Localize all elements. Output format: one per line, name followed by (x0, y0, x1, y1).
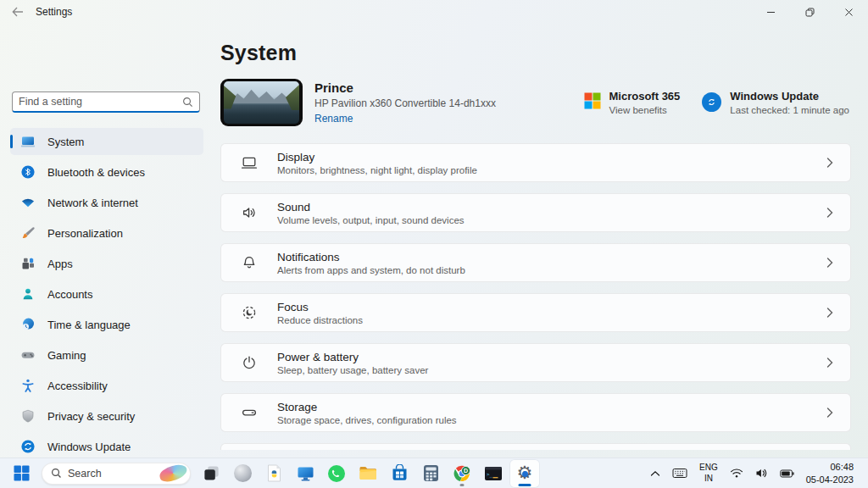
settings-row-notifications[interactable]: Notifications Alerts from apps and syste… (220, 243, 851, 282)
running-indicator (460, 484, 465, 486)
windows-update-card[interactable]: Windows Update Last checked: 1 minute ag… (702, 90, 849, 115)
edge-browser-icon (234, 464, 252, 482)
touch-keyboard-button[interactable] (668, 460, 692, 487)
svg-text:>_: >_ (487, 470, 493, 477)
chevron-right-icon (825, 207, 835, 219)
sidebar-item-personalization[interactable]: Personalization (10, 219, 203, 247)
titlebar: Settings (0, 0, 868, 24)
settings-search-input[interactable] (19, 96, 182, 108)
battery-button[interactable] (776, 460, 798, 487)
taskbar-terminal-button[interactable]: >_ (479, 460, 508, 487)
calculator-icon (423, 464, 439, 482)
volume-button[interactable] (751, 460, 772, 487)
taskbar-calculator-button[interactable] (416, 460, 445, 487)
sidebar-item-time-language[interactable]: Time & language (10, 311, 203, 338)
taskbar-chrome-button[interactable]: D (448, 460, 476, 487)
display-icon (241, 154, 258, 171)
taskbar-settings-button[interactable]: ⚙ (510, 460, 539, 487)
settings-row-focus[interactable]: Focus Reduce distractions (220, 293, 851, 332)
sidebar-item-privacy-security[interactable]: Privacy & security (10, 402, 203, 430)
sidebar-item-windows-update[interactable]: Windows Update (10, 433, 203, 460)
settings-row-power-battery[interactable]: Power & battery Sleep, battery usage, ba… (220, 343, 851, 382)
selected-accent-pill (10, 135, 13, 148)
sidebar-item-label: Accessibility (47, 380, 108, 392)
clock-date-button[interactable]: 06:48 05-04-2023 (802, 460, 858, 487)
focus-icon (241, 304, 258, 321)
start-button[interactable] (7, 460, 36, 487)
sidebar-item-network-internet[interactable]: Network & internet (10, 189, 203, 216)
time-language-icon (20, 317, 36, 332)
sidebar-item-apps[interactable]: Apps (10, 250, 203, 277)
device-name: Prince (314, 80, 496, 95)
accounts-icon (20, 286, 36, 302)
main-content: System Prince HP Pavilion x360 Convertib… (214, 24, 868, 458)
chrome-icon: D (453, 464, 471, 483)
sidebar-item-system[interactable]: System (10, 128, 203, 155)
app-title: Settings (36, 6, 72, 18)
rename-link[interactable]: Rename (314, 113, 353, 125)
chevron-up-icon (650, 470, 660, 477)
back-button[interactable] (0, 0, 36, 24)
row-subtitle: Alerts from apps and system, do not dist… (277, 265, 465, 275)
settings-row-sound[interactable]: Sound Volume levels, output, input, soun… (220, 193, 851, 232)
settings-list: Display Monitors, brightness, night ligh… (220, 143, 851, 450)
storage-icon (241, 404, 258, 421)
sidebar-item-accessibility[interactable]: Accessibility (10, 372, 203, 399)
terminal-icon: >_ (484, 466, 503, 481)
system-icon (20, 134, 36, 149)
microsoft-365-icon (584, 92, 601, 109)
row-title: Sound (277, 201, 465, 214)
taskbar-python-file-button[interactable] (259, 460, 288, 487)
taskbar-task-view-button[interactable] (197, 460, 225, 487)
sidebar-item-accounts[interactable]: Accounts (10, 280, 203, 308)
windows-update-icon (20, 439, 36, 454)
gaming-icon (20, 347, 36, 363)
row-title: Notifications (277, 251, 465, 263)
sidebar-item-bluetooth-devices[interactable]: Bluetooth & devices (10, 158, 203, 186)
settings-row-storage[interactable]: Storage Storage space, drives, configura… (220, 393, 851, 432)
taskbar-edge-button[interactable] (228, 460, 257, 487)
chrome-profile-badge: D (461, 466, 470, 475)
taskbar-search-label: Search (68, 468, 153, 480)
microsoft-365-card[interactable]: Microsoft 365 View benefits (584, 90, 681, 115)
search-highlight-art-icon (158, 463, 188, 483)
monitor-icon (297, 465, 314, 482)
python-file-icon (267, 464, 281, 482)
sidebar-item-label: Gaming (47, 349, 86, 362)
row-subtitle: Sleep, battery usage, battery saver (277, 365, 428, 375)
privacy-icon (20, 408, 36, 424)
minimize-button[interactable] (751, 0, 790, 24)
close-button[interactable] (829, 0, 868, 24)
power-icon (241, 354, 258, 371)
network-icon (20, 195, 36, 210)
device-header: Prince HP Pavilion x360 Convertible 14-d… (220, 79, 851, 126)
sound-icon (241, 204, 258, 221)
row-subtitle: Reduce distractions (277, 315, 363, 325)
card-subtitle: Last checked: 1 minute ago (730, 105, 849, 115)
taskbar-whatsapp-button[interactable] (322, 460, 351, 487)
sidebar-item-label: System (47, 136, 84, 148)
sidebar-item-gaming[interactable]: Gaming (10, 341, 203, 369)
taskbar-file-explorer-button[interactable] (353, 460, 382, 487)
restore-icon (805, 8, 815, 17)
sidebar-item-label: Time & language (47, 319, 131, 331)
taskbar-search-box[interactable]: Search (42, 463, 191, 485)
language-indicator[interactable]: ENG IN (695, 460, 722, 487)
personalization-icon (20, 225, 36, 241)
tray-date: 05-04-2023 (806, 474, 854, 486)
windows-start-icon (14, 465, 30, 481)
sidebar: System Bluetooth & devices Network & int… (0, 24, 214, 458)
tray-time: 06:48 (806, 461, 854, 474)
network-wifi-button[interactable] (726, 460, 748, 487)
microsoft-store-icon (391, 464, 409, 482)
sidebar-item-label: Bluetooth & devices (47, 166, 145, 179)
top-cards: Microsoft 365 View benefits Windows Upda… (584, 90, 851, 115)
tray-overflow-button[interactable] (646, 460, 665, 487)
restore-button[interactable] (790, 0, 829, 24)
settings-row-display[interactable]: Display Monitors, brightness, night ligh… (220, 143, 851, 182)
card-title: Microsoft 365 (609, 90, 681, 103)
taskbar-microsoft-store-button[interactable] (385, 460, 414, 487)
sidebar-item-label: Accounts (47, 288, 92, 301)
taskbar-pc-button[interactable] (291, 460, 320, 487)
settings-search-box[interactable] (12, 92, 200, 113)
